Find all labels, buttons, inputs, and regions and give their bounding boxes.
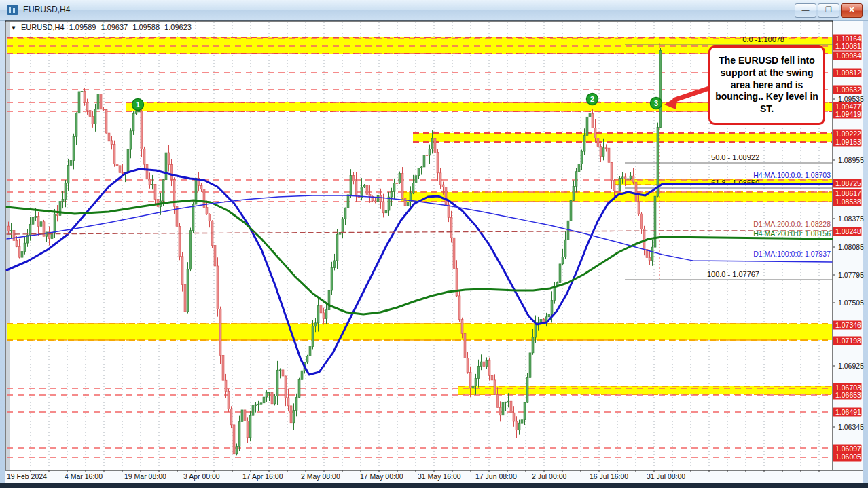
candle-body xyxy=(184,284,186,312)
swing-marker-number: 2 xyxy=(590,95,594,103)
candle-body xyxy=(228,391,230,409)
candle-body xyxy=(516,421,518,430)
candle-body xyxy=(162,180,164,201)
ma-label: H4 MA:100:0:0: 1.08703 xyxy=(753,171,831,179)
candle-body xyxy=(605,148,607,149)
candle-body xyxy=(323,313,325,319)
analyst-note[interactable]: The EURUSD fell into support at the swin… xyxy=(708,45,825,125)
candle-body xyxy=(78,92,80,113)
candle-body xyxy=(559,264,561,283)
candle-body xyxy=(314,323,317,326)
candle-body xyxy=(613,180,615,191)
time-axis-label: 17 May 00:00 xyxy=(360,472,403,481)
candle-body xyxy=(100,94,102,109)
candle-body xyxy=(301,371,303,379)
candle-body xyxy=(464,333,466,358)
candle-body xyxy=(434,138,436,152)
quote-bar: ▼ EURUSD,H4 1.09589 1.09637 1.09588 1.09… xyxy=(11,23,194,31)
candle-body xyxy=(331,268,333,290)
candle-body xyxy=(396,183,398,184)
candle-body xyxy=(24,243,26,251)
ma-label: D1 MA:100:0:0: 1.07937 xyxy=(753,250,831,258)
swing-marker[interactable]: 1 xyxy=(132,99,144,111)
candle-body xyxy=(630,176,632,179)
candle-body xyxy=(575,172,577,187)
candle-body xyxy=(564,240,566,257)
quote-high: 1.09637 xyxy=(101,23,128,31)
candle-body xyxy=(312,326,314,347)
candle-body xyxy=(200,185,202,189)
candle-body xyxy=(309,347,311,356)
candle-body xyxy=(18,246,20,257)
mt4-window: EURUSD,H4 — ❐ ✕ 0.0 -1.1007850.0 - 1.089… xyxy=(0,0,868,488)
price-tick-label: 1.07505 xyxy=(838,299,864,307)
candle-body xyxy=(483,362,485,367)
candle-body xyxy=(526,377,528,402)
candle-body xyxy=(366,185,368,194)
candle-body xyxy=(369,194,371,196)
candle-body xyxy=(225,380,227,391)
candle-body xyxy=(393,183,395,192)
time-axis-label: 16 Jul 16:00 xyxy=(590,472,628,481)
swing-marker-number: 3 xyxy=(654,99,658,107)
time-axis-label: 19 Mar 08:00 xyxy=(124,472,166,481)
candle-body xyxy=(399,174,401,183)
candle-body xyxy=(442,185,444,187)
candle-body xyxy=(377,195,379,202)
candle-body xyxy=(347,195,349,208)
candle-body xyxy=(37,217,39,227)
candle-body xyxy=(274,396,276,404)
candle-body xyxy=(263,397,265,403)
candle-body xyxy=(295,397,297,410)
candle-body xyxy=(94,109,96,124)
window-bottom-edge xyxy=(0,483,868,488)
candle-body xyxy=(570,200,572,221)
candle-body xyxy=(130,131,132,149)
swing-area-band xyxy=(458,386,832,394)
candle-body xyxy=(62,199,64,201)
candle-body xyxy=(426,155,428,155)
candle-body xyxy=(282,370,284,376)
candle-body xyxy=(135,112,137,114)
chevron-down-icon[interactable]: ▼ xyxy=(11,25,16,31)
candle-body xyxy=(651,247,653,260)
candle-body xyxy=(518,423,520,430)
candle-body xyxy=(423,155,425,167)
candle-body xyxy=(491,375,493,380)
candle-body xyxy=(513,413,515,421)
swing-marker[interactable]: 3 xyxy=(651,98,662,109)
candle-body xyxy=(535,324,537,337)
candle-body xyxy=(529,353,531,378)
price-flag-label: 1.09812 xyxy=(835,69,861,77)
time-axis-label: 31 Jul 08:00 xyxy=(647,472,685,481)
price-flag-label: 1.09632 xyxy=(835,86,861,94)
candle-body xyxy=(499,407,501,415)
candle-body xyxy=(350,176,352,195)
price-flag-label: 1.09984 xyxy=(835,52,861,60)
swing-marker[interactable]: 2 xyxy=(587,94,598,105)
price-flag-label: 1.06653 xyxy=(835,391,861,399)
candle-body xyxy=(151,184,153,185)
candle-body xyxy=(472,386,474,388)
candle-body xyxy=(659,50,662,127)
candle-body xyxy=(461,320,463,334)
time-axis-label: 17 Apr 16:00 xyxy=(242,472,283,481)
candle-body xyxy=(192,204,194,231)
price-flag-label: 1.10081 xyxy=(835,42,861,50)
candle-body xyxy=(480,362,482,366)
candle-body xyxy=(266,392,268,397)
candle-body xyxy=(189,231,192,269)
candle-body xyxy=(486,360,488,366)
candle-body xyxy=(611,162,613,180)
candle-body xyxy=(236,446,238,453)
candle-body xyxy=(51,232,53,238)
candle-body xyxy=(624,177,626,179)
candle-body xyxy=(450,217,452,238)
candle-body xyxy=(40,222,42,227)
candle-body xyxy=(279,370,281,371)
fib-level-label: 50.0 - 1.08922 xyxy=(711,153,759,162)
candle-body xyxy=(445,187,447,204)
ma-label: D1 MA:200:0:0: 1.08228 xyxy=(753,220,831,228)
candle-body xyxy=(170,165,173,180)
left-edge-strip xyxy=(6,22,10,470)
